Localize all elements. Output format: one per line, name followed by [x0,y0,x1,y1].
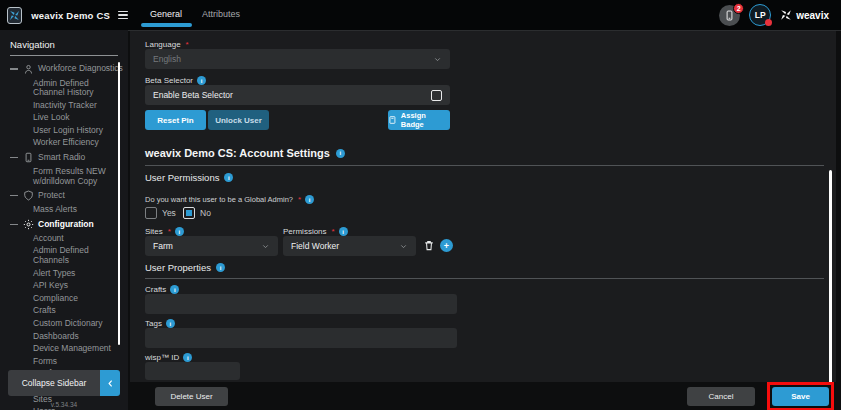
shield-icon [23,190,34,201]
sites-select[interactable]: Farm [145,236,278,256]
collapse-minus-icon[interactable] [10,157,18,158]
reset-pin-button[interactable]: Reset Pin [145,110,206,130]
required-asterisk: * [186,40,189,49]
sidebar-item-account[interactable]: Account [0,232,128,245]
sidebar-item-admin-defined-channels[interactable]: Admin Defined Channels [0,245,128,267]
sidebar-item-admin-defined-channel-history[interactable]: Admin Defined Channel History [0,77,128,99]
sidebar-item-live-look[interactable]: Live Look [0,112,128,125]
header-divider [128,30,841,31]
status-dot [765,19,772,26]
permissions-label: Permissions* i [283,227,348,236]
crafts-label: Craftsi [145,285,179,294]
language-label: Language* [145,40,189,49]
collapse-sidebar-button[interactable]: Collapse Sidebar [8,370,120,396]
crafts-input[interactable] [145,294,457,314]
delete-user-button[interactable]: Delete User [155,387,228,406]
badge-icon [388,115,397,125]
assign-badge-button[interactable]: Assign Badge [388,110,450,130]
wisp-id-label: wisp™ IDi [145,353,192,362]
chevron-down-icon [261,242,270,251]
hamburger-menu-icon[interactable] [118,11,128,20]
info-icon[interactable]: i [166,319,175,328]
navigation-sidebar: Navigation Workforce DiagnosticsAdmin De… [0,30,128,410]
global-admin-option-no[interactable]: No [183,207,211,219]
info-icon[interactable]: i [339,227,348,236]
enable-beta-checkbox[interactable] [431,90,442,101]
sidebar-item-alert-types[interactable]: Alert Types [0,267,128,280]
collapse-minus-icon[interactable] [10,224,18,225]
info-icon[interactable]: i [224,173,233,182]
info-icon[interactable]: i [336,149,345,158]
global-admin-question: Do you want this user to be a Global Adm… [145,195,314,204]
sidebar-group-label: Workforce Diagnostics [38,64,123,74]
brand-logo: weavix [780,9,829,21]
account-settings-heading: weavix Demo CS: Account Settingsi [145,147,345,159]
user-properties-heading: User Propertiesi [145,262,225,273]
header-right: 2 LP weavix [719,4,841,26]
yes-checkbox[interactable] [145,207,157,219]
cancel-button[interactable]: Cancel [687,387,755,406]
sidebar-item-form-results-new-w-drilldown-copy[interactable]: Form Results NEW w/drilldown Copy [0,166,128,188]
main-scrollbar[interactable] [829,170,832,385]
section-divider [145,278,824,279]
sidebar-item-crafts[interactable]: Crafts [0,305,128,318]
beta-selector-label: Beta Selectori [145,76,206,85]
info-icon[interactable]: i [305,195,314,204]
user-permissions-heading: User Permissionsi [145,172,233,183]
sidebar-item-mass-alerts[interactable]: Mass Alerts [0,204,128,217]
sidebar-item-forms[interactable]: Forms [0,355,128,368]
sidebar-group-configuration[interactable]: Configuration [0,216,128,232]
permissions-select[interactable]: Field Worker [283,236,416,256]
collapse-minus-icon[interactable] [10,195,18,196]
sidebar-item-custom-dictionary[interactable]: Custom Dictionary [0,318,128,331]
sidebar-group-protect[interactable]: Protect [0,188,128,204]
add-permission-icon[interactable]: + [440,239,453,252]
tab-attributes[interactable]: Attributes [196,0,246,30]
section-divider [145,165,824,166]
sidebar-item-dashboards[interactable]: Dashboards [0,330,128,343]
sidebar-item-compliance[interactable]: Compliance [0,292,128,305]
gear-icon [23,219,34,230]
weavix-pinwheel-icon [780,9,792,21]
info-icon[interactable]: i [216,263,225,272]
chevron-down-icon [433,55,442,64]
info-icon[interactable]: i [175,227,184,236]
sidebar-title: Navigation [0,30,128,55]
sidebar-item-user-login-history[interactable]: User Login History [0,124,128,137]
tab-general[interactable]: General [144,0,188,30]
save-button[interactable]: Save [772,387,829,406]
tags-input[interactable] [145,328,457,348]
info-icon[interactable]: i [183,353,192,362]
wisp-id-input[interactable] [145,362,240,380]
sidebar-group-label: Protect [38,191,65,201]
footer-bar: Delete User Cancel Save [130,382,841,410]
save-highlight-annotation: Save [767,382,834,410]
device-phone-icon[interactable]: 2 [719,5,740,26]
unlock-user-button[interactable]: Unlock User [208,110,269,130]
info-icon[interactable]: i [170,285,179,294]
radio-icon [23,152,34,163]
sidebar-group-workforce-diagnostics[interactable]: Workforce Diagnostics [0,61,128,77]
sidebar-item-worker-efficiency[interactable]: Worker Efficiency [0,137,128,150]
sidebar-item-api-keys[interactable]: API Keys [0,280,128,293]
brand-name: weavix [796,10,829,21]
chevron-down-icon [399,242,408,251]
user-avatar[interactable]: LP [749,4,771,26]
global-admin-option-yes[interactable]: Yes [145,207,176,219]
sidebar-group-smart-radio[interactable]: Smart Radio [0,150,128,166]
person-icon [23,64,34,75]
sidebar-item-device-management[interactable]: Device Management [0,343,128,356]
info-icon[interactable]: i [197,76,206,85]
language-select[interactable]: English [145,49,450,69]
notification-badge: 2 [733,3,744,14]
trash-icon[interactable] [423,239,435,252]
sidebar-header: weavix Demo CS [0,7,128,24]
collapse-sidebar-label: Collapse Sidebar [8,370,100,396]
collapse-minus-icon[interactable] [10,68,18,69]
sidebar-item-inactivity-tracker[interactable]: Inactivity Tracker [0,99,128,112]
enable-beta-selector-row: Enable Beta Selector [145,85,450,105]
chevron-left-icon [100,370,120,396]
sidebar-scrollbar[interactable] [118,62,121,345]
no-checkbox[interactable] [183,207,195,219]
sites-label: Sites* i [145,227,184,236]
